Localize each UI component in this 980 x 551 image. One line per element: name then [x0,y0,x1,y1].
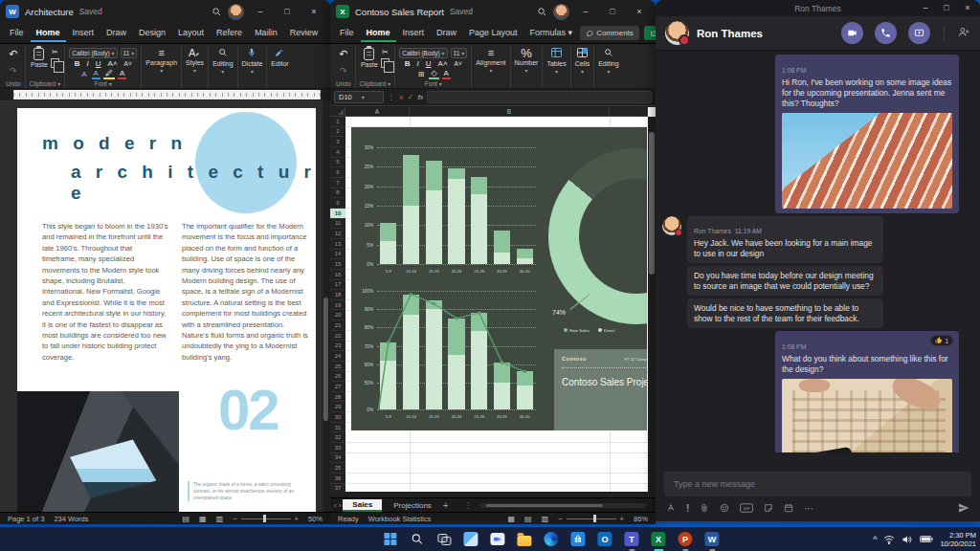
account-avatar[interactable] [553,4,569,20]
close-button[interactable]: × [957,0,978,14]
tray-chevron-icon[interactable]: ^ [873,535,877,544]
ruler[interactable] [13,90,321,99]
row-header-13[interactable]: 13 [330,239,345,250]
column-header-a[interactable]: A [345,107,410,116]
row-header-10[interactable]: 10 [330,209,345,219]
web-layout-icon[interactable]: ▥ [216,515,224,523]
number-group[interactable]: %Number▾ [510,46,543,88]
select-all-corner[interactable] [330,107,345,116]
grow-font-icon[interactable]: A˄ [106,59,120,68]
font-color-icon[interactable]: A [442,69,451,79]
taskbar-start-icon[interactable] [381,530,399,548]
row-header-17[interactable]: 17 [330,280,345,291]
undo-icon[interactable]: ↶ [337,48,349,60]
alignment-group[interactable]: ≡Alignment▾ [471,46,509,88]
italic-button[interactable]: I [415,59,421,68]
video-call-button[interactable] [841,22,863,44]
sales-dashboard-object[interactable]: 30%25%20%15%10%5%0%5-910-1415-1920-2425-… [351,127,647,430]
editing-group[interactable]: Editing▾ [593,46,622,88]
format-icon[interactable] [666,503,676,513]
row-header-11[interactable]: 11 [330,219,345,230]
minimize-button[interactable]: – [915,0,936,14]
page-break-view-icon[interactable]: ▥ [542,515,549,523]
row-header-26[interactable]: 26 [330,371,345,382]
clipboard-group[interactable]: Paste ✂ Clipboard ▾ [25,46,65,88]
row-header-30[interactable]: 30 [330,412,345,423]
row-header-8[interactable]: 8 [330,188,345,199]
schedule-icon[interactable] [784,503,793,513]
close-button[interactable]: × [629,3,650,20]
row-header-21[interactable]: 21 [330,320,345,331]
wifi-icon[interactable] [883,535,895,544]
bold-button[interactable]: B [73,59,82,68]
styles-group[interactable]: AStyles▾ [181,46,208,88]
taskbar-chat-icon[interactable] [488,530,506,548]
taskbar-task-view-icon[interactable] [434,530,453,548]
contact-avatar[interactable] [665,21,689,45]
excel-tab-insert[interactable]: Insert [397,25,431,42]
row-header-19[interactable]: 19 [330,300,345,311]
zoom-level[interactable]: 50% [308,515,323,523]
taskbar-powerpoint-icon[interactable]: P [676,530,694,548]
redo-icon[interactable]: ↷ [338,66,349,76]
taskbar-excel-icon[interactable]: X [649,530,667,548]
formula-input[interactable] [427,91,652,103]
name-box[interactable]: D10▾ [334,91,384,103]
zoom-slider[interactable]: −+ [558,515,624,523]
word-count[interactable]: 234 Words [54,515,88,523]
row-header-2[interactable]: 2 [330,127,345,138]
cut-icon[interactable]: ✂ [382,48,389,56]
cells-group[interactable]: Cells▾ [570,46,594,88]
row-header-18[interactable]: 18 [330,290,345,300]
volume-icon[interactable] [902,535,913,544]
minimize-button[interactable]: – [250,3,271,20]
row-header-28[interactable]: 28 [330,392,345,403]
row-header-14[interactable]: 14 [330,250,345,260]
taskbar-edge-icon[interactable] [542,530,560,548]
row-header-23[interactable]: 23 [330,341,345,351]
page-indicator[interactable]: Page 1 of 3 [8,515,44,523]
paragraph-group[interactable]: ≡Paragraph▾ [141,46,181,88]
word-tab-refere[interactable]: Refere [211,25,248,42]
excel-vertical-scrollbar[interactable] [648,117,656,492]
word-vertical-scrollbar[interactable] [323,100,329,512]
word-document-area[interactable]: m o d e r n a r c h i t e c t u r e This… [0,100,330,512]
font-name-select[interactable]: Calibri (Body)▾ [399,48,447,58]
row-header-5[interactable]: 5 [330,158,345,168]
word-tab-mailin[interactable]: Mailin [249,25,283,42]
row-header-7[interactable]: 7 [330,178,345,188]
message-input[interactable]: Type a new message [664,472,971,496]
excel-tab-file[interactable]: File [334,25,360,42]
shrink-font-icon[interactable]: A˅ [453,60,464,67]
row-header-16[interactable]: 16 [330,270,345,280]
row-header-20[interactable]: 20 [330,310,345,320]
row-header-9[interactable]: 9 [330,198,345,209]
row-header-15[interactable]: 15 [330,259,345,270]
maximize-button[interactable]: □ [277,3,298,20]
redo-icon[interactable]: ↷ [8,66,19,76]
row-header-31[interactable]: 31 [330,423,345,433]
bold-button[interactable]: B [403,59,412,68]
cut-icon[interactable]: ✂ [52,48,58,56]
editing-group[interactable]: Editing▾ [208,46,236,88]
battery-icon[interactable] [920,535,933,543]
row-header-1[interactable]: 1 [330,117,345,127]
share-button[interactable]: Share▾ [644,26,656,40]
paste-button[interactable]: Paste [31,48,48,68]
fx-icon[interactable]: fx [417,93,423,101]
minimize-button[interactable]: – [575,3,596,20]
document-page[interactable]: m o d e r n a r c h i t e c t u r e This… [17,108,316,512]
underline-button[interactable]: U [94,59,103,68]
word-tab-design[interactable]: Design [133,25,171,42]
highlight-icon[interactable]: A [92,69,100,79]
font-size-select[interactable]: 11▾ [451,48,468,58]
row-header-29[interactable]: 29 [330,402,345,412]
add-sheet-icon[interactable]: + [443,500,449,511]
copy-icon[interactable] [381,58,390,68]
dictate-group[interactable]: Dictate▾ [237,46,267,88]
undo-icon[interactable]: ↶ [7,48,19,60]
italic-button[interactable]: I [85,59,91,68]
row-header-12[interactable]: 12 [330,229,345,239]
print-layout-icon[interactable]: ▦ [199,515,207,523]
search-icon[interactable] [537,7,547,17]
